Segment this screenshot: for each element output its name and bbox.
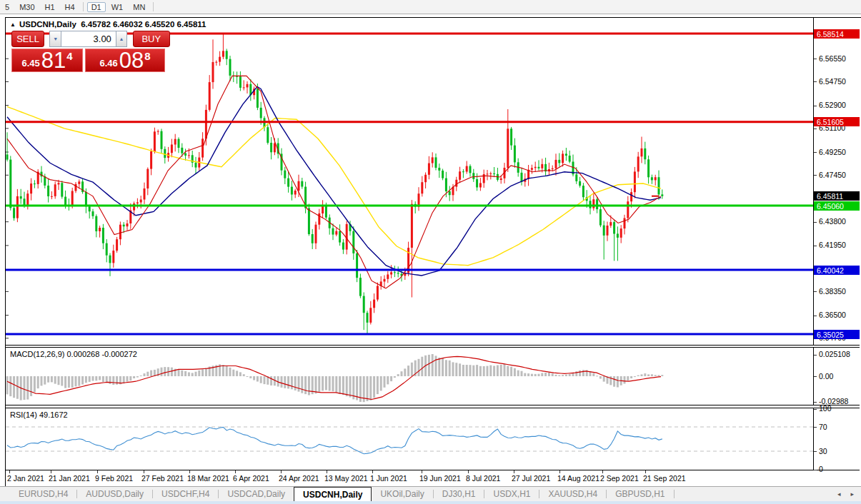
price-axis[interactable]: 6.565506.547506.529006.511006.492506.474… xyxy=(814,18,860,470)
price-axis-label: 6.56550 xyxy=(819,54,846,63)
toolbar-separator xyxy=(83,2,84,11)
axis-tick xyxy=(814,152,817,153)
date-label: 14 Aug 2021 xyxy=(557,474,599,483)
chart-ohlc-values: 6.45782 6.46032 6.45520 6.45811 xyxy=(81,20,206,29)
axis-tick xyxy=(814,222,817,223)
timeframe-M30-button[interactable]: M30 xyxy=(15,2,39,12)
time-axis-tick xyxy=(9,470,10,473)
axis-tick xyxy=(814,355,817,356)
symbol-tab-USDX[interactable]: USDX,H1 xyxy=(484,487,539,501)
sell-button[interactable]: SELL xyxy=(11,31,44,47)
symbol-tab-UKOil[interactable]: UKOil,Daily xyxy=(372,487,432,501)
buy-price-display[interactable]: 6.46 08 8 xyxy=(85,49,165,72)
macd-pane[interactable]: MACD(12,26,9) 0.000268 -0.000272 xyxy=(6,348,814,405)
date-label: 8 Jul 2021 xyxy=(466,474,500,483)
date-label: 21 Jan 2021 xyxy=(49,474,90,483)
tab-scroll-controls: ◂ ▸ xyxy=(837,487,861,501)
bottom-strip xyxy=(0,501,861,504)
volume-decrease-button[interactable]: ▼ xyxy=(49,31,61,47)
symbol-tab-GBPUSD[interactable]: GBPUSD,H1 xyxy=(607,487,673,501)
date-label: 24 Apr 2021 xyxy=(279,474,319,483)
rsi-canvas[interactable] xyxy=(6,408,813,470)
sell-price-handle: 6.45 xyxy=(21,58,39,69)
date-label: 21 Sep 2021 xyxy=(643,474,686,483)
chart-window: ▲USDCNH,Daily 6.45782 6.46032 6.45520 6.… xyxy=(5,17,861,488)
time-axis-tick xyxy=(559,470,560,473)
macd-axis-label: 0.025108 xyxy=(819,350,850,358)
axis-tick xyxy=(814,175,817,176)
time-axis-tick xyxy=(422,470,422,473)
axis-tick xyxy=(814,81,817,82)
timeframe-W1-button[interactable]: W1 xyxy=(107,2,128,12)
timeframe-H4-button[interactable]: H4 xyxy=(61,2,79,12)
chart-symbol-label: USDCNH,Daily xyxy=(19,20,76,29)
symbol-tab-XAUUSD[interactable]: XAUUSD,H4 xyxy=(539,487,606,501)
rsi-pane[interactable]: RSI(14) 49.1672 xyxy=(6,408,814,470)
date-label: 18 Mar 2021 xyxy=(187,474,229,483)
tab-scroll-left-icon[interactable]: ◂ xyxy=(837,490,841,498)
price-axis-label: 6.54750 xyxy=(819,77,846,86)
axis-tick xyxy=(814,316,817,316)
date-label: 1 Jun 2021 xyxy=(370,474,407,483)
time-axis[interactable]: 2 Jan 202121 Jan 20219 Feb 202127 Feb 20… xyxy=(6,470,860,485)
symbol-tab-USDCNH[interactable]: USDCNH,Daily xyxy=(294,487,372,501)
level-price-label: 6.51605 xyxy=(814,117,860,126)
date-label: 13 May 2021 xyxy=(324,474,368,483)
time-axis-tick xyxy=(327,470,327,473)
price-axis-label: 6.38350 xyxy=(819,287,846,296)
chart-collapse-icon[interactable]: ▲ xyxy=(10,21,16,28)
timeframe-5-button[interactable]: 5 xyxy=(1,2,14,12)
date-label: 2 Sep 2021 xyxy=(600,474,639,483)
time-axis-tick xyxy=(281,470,282,473)
time-axis-tick xyxy=(468,470,469,473)
date-label: 9 Feb 2021 xyxy=(95,474,133,483)
price-axis-label: 6.47450 xyxy=(819,171,846,179)
time-axis-tick xyxy=(51,470,51,473)
chart-title: ▲USDCNH,Daily 6.45782 6.46032 6.45520 6.… xyxy=(10,20,206,29)
time-axis-tick xyxy=(144,470,144,473)
rsi-axis-label: 0 xyxy=(819,465,823,473)
sell-price-display[interactable]: 6.45 81 4 xyxy=(11,49,83,72)
price-axis-label: 6.41950 xyxy=(819,241,846,249)
time-axis-tick xyxy=(235,470,236,473)
tab-separator xyxy=(674,490,675,498)
volume-increase-button[interactable]: ▲ xyxy=(116,31,127,47)
time-axis-tick xyxy=(189,470,190,473)
current-price-label: 6.45811 xyxy=(814,191,860,201)
tab-scroll-right-icon[interactable]: ▸ xyxy=(850,490,854,498)
symbol-tab-USDCHF[interactable]: USDCHF,H4 xyxy=(153,487,218,501)
symbol-tab-AUDUSD[interactable]: AUDUSD,Daily xyxy=(77,487,152,501)
spacer xyxy=(44,31,49,47)
rsi-indicator-label: RSI(14) 49.1672 xyxy=(10,410,68,419)
chevron-up-icon: ▲ xyxy=(119,36,124,41)
axis-tick xyxy=(814,402,817,403)
spacer xyxy=(127,31,132,47)
date-label: 19 Jun 2021 xyxy=(419,474,461,483)
buy-button[interactable]: BUY xyxy=(133,31,171,47)
price-axis-label: 6.52900 xyxy=(819,101,846,109)
time-axis-tick xyxy=(602,470,603,473)
rsi-axis-label: 70 xyxy=(819,423,827,431)
time-axis-tick xyxy=(645,470,646,473)
volume-input[interactable] xyxy=(61,31,116,47)
date-label: 6 Apr 2021 xyxy=(233,474,269,483)
timeframe-MN-button[interactable]: MN xyxy=(129,2,149,12)
macd-indicator-label: MACD(12,26,9) 0.000268 -0.000272 xyxy=(10,350,137,358)
macd-axis-label: 0.00 xyxy=(819,372,833,380)
symbol-tab-bar: EURUSD,H4AUDUSD,DailyUSDCHF,H4USDCAD,Dai… xyxy=(0,486,861,501)
trading-platform: { "toolbar": { "timeframes": [ {"label":… xyxy=(0,0,861,504)
buy-price-fraction: 8 xyxy=(144,50,150,62)
time-axis-tick xyxy=(372,470,373,473)
symbol-tab-USDCAD[interactable]: USDCAD,Daily xyxy=(219,487,294,501)
symbol-tab-DJ30[interactable]: DJ30,H1 xyxy=(434,487,484,501)
chevron-down-icon: ▼ xyxy=(53,36,58,41)
macd-row: MACD(12,26,9) 0.000268 -0.000272 xyxy=(6,347,860,405)
timeframe-H1-button[interactable]: H1 xyxy=(41,2,59,12)
level-price-label: 6.40042 xyxy=(814,266,860,275)
toolbar-separator xyxy=(153,2,154,11)
timeframe-D1-button[interactable]: D1 xyxy=(87,2,106,12)
axis-tick xyxy=(814,376,817,377)
axis-tick xyxy=(814,451,817,452)
time-axis-tick xyxy=(97,470,98,473)
symbol-tab-EURUSD[interactable]: EURUSD,H4 xyxy=(10,487,76,501)
